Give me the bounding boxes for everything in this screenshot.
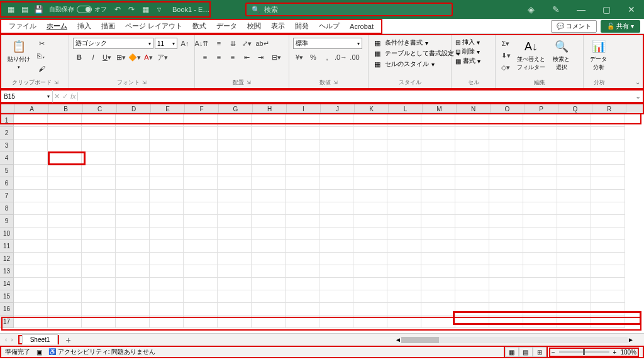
cell[interactable] xyxy=(14,215,48,228)
cell[interactable] xyxy=(557,140,591,152)
menu-view[interactable]: 表示 xyxy=(266,21,290,31)
save-icon[interactable]: 💾 xyxy=(33,4,44,15)
cell[interactable] xyxy=(286,265,319,278)
cell[interactable] xyxy=(116,290,150,303)
fx-icon[interactable]: fx xyxy=(70,92,76,100)
enter-formula-icon[interactable]: ✓ xyxy=(62,92,68,101)
cell[interactable] xyxy=(455,202,489,215)
orientation-button[interactable]: ⤢▾ xyxy=(240,38,253,49)
font-name-select[interactable]: 游ゴシック▾ xyxy=(73,38,153,49)
col-header[interactable]: P xyxy=(525,104,558,113)
col-header[interactable]: H xyxy=(253,104,287,113)
cell[interactable] xyxy=(455,127,489,140)
find-select-button[interactable]: 🔍検索と 選択 xyxy=(550,38,572,73)
cell[interactable] xyxy=(387,290,421,303)
cell[interactable] xyxy=(116,114,150,127)
cell[interactable] xyxy=(252,240,286,253)
cell[interactable] xyxy=(557,315,591,328)
maximize-button[interactable]: ▢ xyxy=(594,0,619,19)
cell[interactable] xyxy=(218,228,252,240)
currency-button[interactable]: ¥▾ xyxy=(293,52,306,63)
cell[interactable] xyxy=(523,114,557,127)
cell[interactable] xyxy=(218,202,252,215)
cell[interactable] xyxy=(14,303,48,315)
cell[interactable] xyxy=(523,202,557,215)
cell[interactable] xyxy=(14,190,48,202)
cell[interactable] xyxy=(184,177,218,190)
cell[interactable] xyxy=(82,315,116,328)
scroll-right-icon[interactable]: ► xyxy=(628,336,634,343)
cell[interactable] xyxy=(455,240,489,253)
cell[interactable] xyxy=(489,152,523,165)
pen-icon[interactable]: ✎ xyxy=(543,0,569,19)
zoom-out-button[interactable]: − xyxy=(552,349,555,356)
cell[interactable] xyxy=(421,140,455,152)
cell[interactable] xyxy=(387,152,421,165)
cell[interactable] xyxy=(252,278,286,290)
cell[interactable] xyxy=(184,265,218,278)
cell[interactable] xyxy=(421,265,455,278)
cell[interactable] xyxy=(489,127,523,140)
cell[interactable] xyxy=(421,127,455,140)
cell[interactable] xyxy=(489,228,523,240)
align-middle-button[interactable]: ≡ xyxy=(213,38,225,49)
cell[interactable] xyxy=(353,315,387,328)
cell[interactable] xyxy=(319,202,353,215)
cell[interactable] xyxy=(591,190,625,202)
minimize-button[interactable]: — xyxy=(569,0,594,19)
format-as-table-button[interactable]: ▦テーブルとして書式設定 ▾ xyxy=(372,48,460,58)
cell[interactable] xyxy=(14,278,48,290)
menu-insert[interactable]: 挿入 xyxy=(72,21,96,31)
cell[interactable] xyxy=(489,253,523,265)
cell[interactable] xyxy=(150,202,184,215)
cell[interactable] xyxy=(421,152,455,165)
cell[interactable] xyxy=(591,278,625,290)
cell[interactable] xyxy=(353,127,387,140)
cell[interactable] xyxy=(353,278,387,290)
cell[interactable] xyxy=(557,290,591,303)
cell[interactable] xyxy=(489,303,523,315)
col-header[interactable]: D xyxy=(117,104,151,113)
cell[interactable] xyxy=(387,177,421,190)
cell[interactable] xyxy=(14,240,48,253)
cell[interactable] xyxy=(489,177,523,190)
cell[interactable] xyxy=(319,127,353,140)
inc-decimal-button[interactable]: .0→ xyxy=(335,52,347,63)
zoom-slider[interactable] xyxy=(559,351,609,353)
cell[interactable] xyxy=(48,290,82,303)
cell[interactable] xyxy=(150,127,184,140)
cell[interactable] xyxy=(421,190,455,202)
expand-formula-icon[interactable]: ⌄ xyxy=(633,92,643,101)
menu-data[interactable]: データ xyxy=(211,21,242,31)
cell[interactable] xyxy=(48,202,82,215)
cell[interactable] xyxy=(353,265,387,278)
normal-view-button[interactable]: ▦ xyxy=(505,347,519,357)
cell[interactable] xyxy=(218,303,252,315)
percent-button[interactable]: % xyxy=(307,52,319,63)
align-left-button[interactable]: ≡ xyxy=(199,52,211,63)
cell[interactable] xyxy=(14,140,48,152)
cell[interactable] xyxy=(286,177,319,190)
cell[interactable] xyxy=(319,215,353,228)
menu-formulas[interactable]: 数式 xyxy=(187,21,211,31)
cell[interactable] xyxy=(421,202,455,215)
col-header[interactable]: L xyxy=(389,104,423,113)
cell[interactable] xyxy=(150,253,184,265)
cell[interactable] xyxy=(421,165,455,177)
cell[interactable] xyxy=(387,228,421,240)
cell[interactable] xyxy=(489,190,523,202)
horizontal-scrollbar[interactable]: ◄ ► xyxy=(395,336,634,344)
cell[interactable] xyxy=(116,215,150,228)
cell[interactable] xyxy=(353,228,387,240)
cell[interactable] xyxy=(150,278,184,290)
menu-pagelayout[interactable]: ページ レイアウト xyxy=(120,21,187,31)
cell[interactable] xyxy=(353,190,387,202)
data-analysis-button[interactable]: 📊データ 分析 xyxy=(587,38,609,73)
cell[interactable] xyxy=(48,303,82,315)
indent-inc-button[interactable]: ⇥ xyxy=(254,52,267,63)
cell[interactable] xyxy=(319,278,353,290)
cell[interactable] xyxy=(591,303,625,315)
cell[interactable] xyxy=(48,177,82,190)
redo-icon[interactable]: ↷ xyxy=(126,4,137,15)
col-header[interactable]: A xyxy=(15,104,49,113)
